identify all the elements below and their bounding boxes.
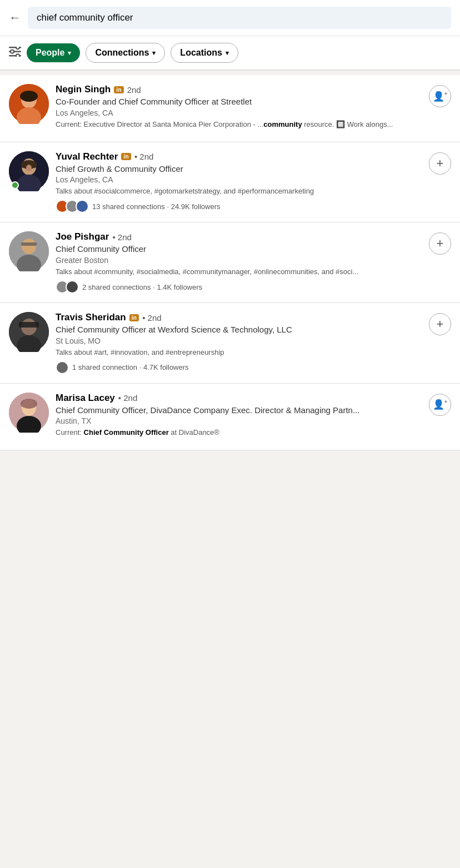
- plus-icon-travis: +: [437, 317, 444, 331]
- connect-button-travis[interactable]: +: [429, 313, 451, 335]
- filter-locations-button[interactable]: Locations ▾: [171, 43, 238, 63]
- card-content-travis: Travis Sheridan in • 2nd Chief Community…: [56, 312, 423, 374]
- shared-connections-travis: 1 shared connection · 4.7K followers: [72, 363, 189, 371]
- title-yuval: Chief Growth & Community Officer: [56, 163, 423, 175]
- svg-point-4: [11, 49, 14, 53]
- svg-point-15: [26, 165, 32, 171]
- person-name-marisa[interactable]: Marisa Lacey: [56, 393, 115, 404]
- title-marisa: Chief Community Officer, DivaDance Compa…: [56, 405, 423, 416]
- location-negin: Los Angeles, CA: [56, 108, 423, 117]
- snippet-joe: Talks about #community, #socialmedia, #c…: [56, 267, 423, 277]
- degree-marisa: • 2nd: [118, 393, 137, 403]
- filter-settings-icon[interactable]: [9, 47, 21, 59]
- person-plus-icon-marisa: 👤+: [433, 399, 448, 410]
- card-content-negin: Negin Singh in 2nd Co-Founder and Chief …: [56, 84, 423, 133]
- person-plus-icon: 👤+: [433, 91, 448, 102]
- chevron-down-icon-2: ▾: [152, 49, 156, 57]
- snippet-marisa: Current: Chief Community Officer at Diva…: [56, 428, 423, 438]
- card-content-joe: Joe Pishgar • 2nd Chief Community Office…: [56, 231, 423, 294]
- filter-connections-button[interactable]: Connections ▾: [86, 43, 165, 63]
- shared-avatars-yuval: [56, 200, 89, 213]
- avatar-travis[interactable]: [9, 312, 49, 352]
- person-card-travis-sheridan: Travis Sheridan in • 2nd Chief Community…: [0, 303, 460, 384]
- chevron-down-icon-3: ▾: [226, 49, 229, 57]
- title-negin: Co-Founder and Chief Community Officer a…: [56, 96, 423, 107]
- svg-point-5: [16, 54, 19, 57]
- degree-joe: • 2nd: [112, 232, 131, 242]
- locations-filter-label: Locations: [180, 48, 222, 58]
- connect-button-yuval[interactable]: +: [429, 152, 451, 175]
- shared-avatars-joe: [56, 280, 79, 294]
- search-input[interactable]: [28, 7, 451, 29]
- degree-travis: • 2nd: [142, 313, 161, 323]
- shared-row-joe: 2 shared connections · 1.4K followers: [56, 280, 423, 294]
- shared-row-yuval: 13 shared connections · 24.9K followers: [56, 200, 423, 213]
- location-travis: St Louis, MO: [56, 336, 423, 345]
- connections-filter-label: Connections: [95, 48, 149, 58]
- connect-button-marisa[interactable]: 👤+: [429, 394, 451, 416]
- filter-bar: People ▾ Connections ▾ Locations ▾: [0, 36, 460, 71]
- avatar-marisa[interactable]: [9, 393, 49, 433]
- avatar-wrap-marisa[interactable]: [9, 393, 49, 433]
- svg-rect-19: [21, 242, 37, 246]
- avatar-joe[interactable]: [9, 231, 49, 271]
- connect-button-negin[interactable]: 👤+: [429, 85, 451, 107]
- people-filter-label: People: [36, 48, 64, 58]
- snippet-travis: Talks about #art, #innovation, and #entr…: [56, 348, 423, 358]
- avatar-wrap-negin[interactable]: [9, 84, 49, 124]
- location-marisa: Austin, TX: [56, 416, 423, 425]
- shared-avatar-travis-1: [56, 361, 69, 374]
- title-travis: Chief Community Officer at Wexford Scien…: [56, 324, 423, 335]
- shared-avatar-joe-2: [66, 280, 79, 294]
- svg-point-9: [20, 91, 38, 102]
- shared-connections-joe: 2 shared connections · 1.4K followers: [82, 283, 202, 291]
- shared-connections-yuval: 13 shared connections · 24.9K followers: [92, 202, 221, 211]
- svg-point-3: [16, 47, 19, 49]
- card-content-marisa: Marisa Lacey • 2nd Chief Community Offic…: [56, 393, 423, 442]
- online-indicator-yuval: [11, 181, 19, 189]
- location-joe: Greater Boston: [56, 256, 423, 265]
- svg-rect-23: [19, 322, 39, 328]
- plus-icon: +: [437, 156, 444, 171]
- person-card-yuval-rechter: Yuval Rechter in • 2nd Chief Growth & Co…: [0, 142, 460, 223]
- snippet-yuval: Talks about #socialcommerce, #gotomarket…: [56, 186, 423, 196]
- degree-yuval: • 2nd: [134, 152, 153, 161]
- results-list: Negin Singh in 2nd Co-Founder and Chief …: [0, 75, 460, 450]
- person-name-joe[interactable]: Joe Pishgar: [56, 231, 109, 242]
- plus-icon-joe: +: [437, 236, 444, 251]
- location-yuval: Los Angeles, CA: [56, 175, 423, 184]
- linkedin-badge-negin: in: [114, 86, 124, 93]
- shared-avatars-travis: [56, 361, 69, 374]
- degree-negin: 2nd: [127, 85, 141, 95]
- search-header: ←: [0, 0, 460, 36]
- card-content-yuval: Yuval Rechter in • 2nd Chief Growth & Co…: [56, 151, 423, 214]
- avatar-negin[interactable]: [9, 84, 49, 124]
- linkedin-badge-travis: in: [129, 314, 139, 321]
- title-joe: Chief Community Officer: [56, 244, 423, 255]
- shared-avatar-3: [76, 200, 89, 213]
- connect-button-joe[interactable]: +: [429, 232, 451, 255]
- linkedin-badge-yuval: in: [121, 153, 131, 160]
- person-card-negin-singh: Negin Singh in 2nd Co-Founder and Chief …: [0, 75, 460, 142]
- svg-point-27: [21, 399, 37, 409]
- svg-point-17: [22, 239, 36, 254]
- person-name-travis[interactable]: Travis Sheridan: [56, 312, 126, 323]
- avatar-wrap-yuval[interactable]: [9, 151, 49, 191]
- snippet-negin: Current: Executive Director at Santa Mon…: [56, 120, 423, 130]
- avatar-wrap-travis[interactable]: [9, 312, 49, 352]
- chevron-down-icon: ▾: [68, 49, 71, 57]
- shared-row-travis: 1 shared connection · 4.7K followers: [56, 361, 423, 374]
- person-card-marisa-lacey: Marisa Lacey • 2nd Chief Community Offic…: [0, 384, 460, 451]
- back-button[interactable]: ←: [9, 11, 21, 25]
- person-name-yuval[interactable]: Yuval Rechter: [56, 151, 118, 162]
- avatar-wrap-joe[interactable]: [9, 231, 49, 271]
- filter-people-button[interactable]: People ▾: [27, 43, 80, 62]
- person-card-joe-pishgar: Joe Pishgar • 2nd Chief Community Office…: [0, 222, 460, 303]
- person-name-negin[interactable]: Negin Singh: [56, 84, 111, 95]
